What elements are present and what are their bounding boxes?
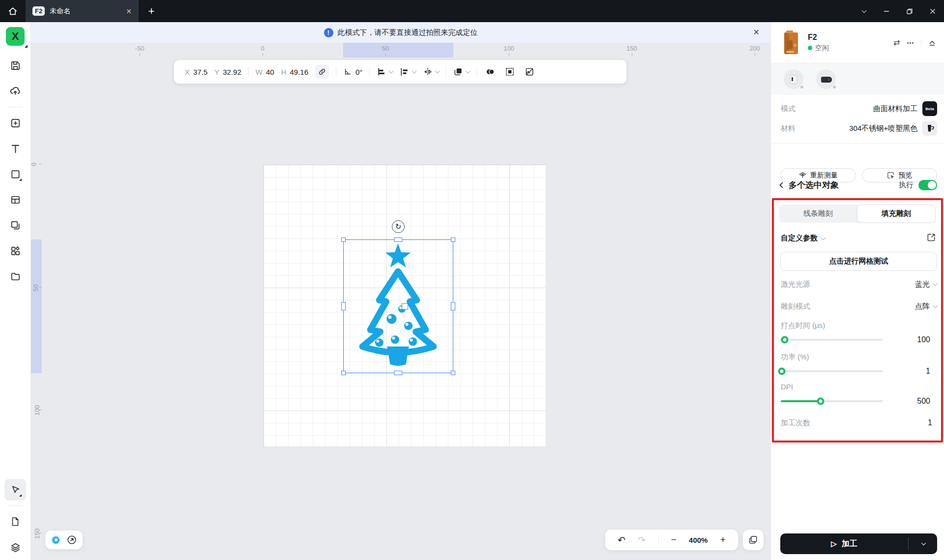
x-position-field[interactable]: X37.5 xyxy=(185,68,207,76)
christmas-tree-graphic[interactable] xyxy=(344,240,452,372)
app-logo[interactable]: X xyxy=(6,27,25,46)
process-options-button[interactable] xyxy=(909,543,937,545)
arrange-menu-button[interactable] xyxy=(453,67,470,77)
jog-button[interactable] xyxy=(66,534,77,545)
engrave-mode-row[interactable]: 雕刻模式 点阵 xyxy=(781,299,937,314)
dpi-label: DPI xyxy=(781,383,793,391)
align-menu-button[interactable] xyxy=(377,67,393,77)
dot-duration-value[interactable]: 100 xyxy=(917,335,930,344)
selection-center-anchor[interactable] xyxy=(402,303,408,310)
resize-handle-e[interactable] xyxy=(451,302,455,311)
distribute-menu-button[interactable] xyxy=(400,67,416,77)
vertical-ruler: 0 50 100 150 xyxy=(31,58,44,560)
height-field[interactable]: H49.16 xyxy=(281,68,308,76)
weld-button[interactable] xyxy=(484,65,497,78)
banner-close-icon[interactable]: ✕ xyxy=(753,28,760,37)
text-icon xyxy=(10,143,21,154)
resize-handle-se[interactable] xyxy=(451,371,455,375)
new-tab-button[interactable]: + xyxy=(139,0,164,22)
text-tool-button[interactable] xyxy=(4,138,26,159)
material-thumbnail[interactable] xyxy=(922,121,937,136)
duplicate-tool-button[interactable] xyxy=(4,214,26,236)
resize-handle-s[interactable] xyxy=(394,371,403,375)
outline-offset-button[interactable] xyxy=(503,65,516,78)
layers-button[interactable] xyxy=(4,536,26,558)
laser-source-label: 激光光源 xyxy=(781,280,810,289)
width-field[interactable]: W40 xyxy=(256,68,274,76)
power-value[interactable]: 1 xyxy=(926,367,930,376)
export-icon xyxy=(926,233,936,242)
hide-image-button[interactable] xyxy=(523,65,536,78)
import-button[interactable] xyxy=(4,112,26,134)
dpi-value[interactable]: 500 xyxy=(917,397,930,406)
zoom-in-button[interactable]: + xyxy=(720,534,726,545)
more-icon[interactable]: ••• xyxy=(907,40,914,46)
material-value[interactable]: 304不锈钢+喷塑黑色 xyxy=(849,124,917,133)
zoom-out-button[interactable]: − xyxy=(671,534,677,545)
save-params-button[interactable] xyxy=(926,233,936,244)
copies-button[interactable] xyxy=(743,530,764,550)
tab-line-engrave[interactable]: 线条雕刻 xyxy=(779,205,857,223)
execute-toggle[interactable] xyxy=(918,180,937,190)
grid-test-button[interactable]: 点击进行网格测试 xyxy=(780,252,937,271)
window-menu-button[interactable] xyxy=(852,0,875,22)
chevron-down-icon xyxy=(861,8,866,13)
engrave-mode-value: 点阵 xyxy=(915,302,930,311)
process-button[interactable]: ▷ 加工 xyxy=(780,533,937,554)
status-dot-icon xyxy=(808,46,812,50)
slider-handle[interactable] xyxy=(817,398,825,405)
home-button[interactable] xyxy=(0,0,26,22)
resize-handle-sw[interactable] xyxy=(341,371,346,375)
minimize-button[interactable] xyxy=(875,0,898,22)
tumbler-icon xyxy=(925,124,934,133)
canvas-area[interactable]: ! 此模式下，请不要直接通过拍照来完成定位 ✕ -50 0 50 100 150… xyxy=(31,22,770,560)
tab-untitled[interactable]: F2 未命名 ✕ xyxy=(26,0,139,22)
rotate-handle[interactable]: ↻ xyxy=(392,220,405,233)
power-slider[interactable] xyxy=(781,370,883,372)
switch-device-icon[interactable]: ⇄ xyxy=(893,38,900,47)
passes-value[interactable]: 1 xyxy=(928,418,932,427)
cloud-upload-button[interactable] xyxy=(4,80,26,102)
back-chevron-icon[interactable] xyxy=(779,182,786,188)
dpi-slider[interactable] xyxy=(781,400,883,402)
projects-button[interactable] xyxy=(4,265,26,287)
window-controls xyxy=(852,0,944,22)
tab-close-icon[interactable]: ✕ xyxy=(126,7,132,15)
sidebar-divider xyxy=(8,505,23,506)
dot-duration-slider[interactable] xyxy=(781,339,883,341)
save-button[interactable] xyxy=(4,55,26,76)
select-tool-button[interactable] xyxy=(4,479,26,501)
slider-handle[interactable] xyxy=(778,368,786,375)
collapse-panel-icon[interactable] xyxy=(928,39,936,47)
undo-button[interactable]: ↶ xyxy=(618,534,625,546)
locate-button[interactable] xyxy=(51,534,61,545)
accessory-extension[interactable] xyxy=(784,69,803,89)
redo-button[interactable]: ↷ xyxy=(638,534,646,546)
close-window-button[interactable] xyxy=(921,0,944,22)
custom-params-label[interactable]: 自定义参数 xyxy=(781,234,818,243)
mode-value[interactable]: 曲面材料加工 xyxy=(873,104,917,114)
rotation-field[interactable]: 0° xyxy=(343,67,362,76)
sidebar-divider xyxy=(8,107,23,107)
ruler-tick-label: 0 xyxy=(31,163,37,166)
left-sidebar: X xyxy=(0,22,31,560)
resize-handle-nw[interactable] xyxy=(341,237,346,242)
frame-tool-button[interactable] xyxy=(4,189,26,210)
slider-handle[interactable] xyxy=(781,336,789,344)
tab-fill-engrave[interactable]: 填充雕刻 xyxy=(857,205,936,223)
ruler-tick xyxy=(385,53,386,56)
apps-button[interactable] xyxy=(4,240,26,262)
laser-source-row[interactable]: 激光光源 蓝光 xyxy=(781,277,937,292)
selection-box[interactable]: ↻ xyxy=(343,239,453,373)
y-position-field[interactable]: Y32.92 xyxy=(214,68,241,76)
resize-handle-n[interactable] xyxy=(394,237,403,242)
zoom-level[interactable]: 400% xyxy=(689,536,708,544)
shape-tool-button[interactable] xyxy=(4,163,26,185)
resize-handle-w[interactable] xyxy=(341,302,346,311)
page-button[interactable] xyxy=(4,511,26,532)
accessory-camera[interactable] xyxy=(816,69,836,89)
flip-menu-button[interactable] xyxy=(423,67,439,77)
lock-ratio-button[interactable] xyxy=(315,65,329,79)
resize-handle-ne[interactable] xyxy=(451,237,455,242)
restore-button[interactable] xyxy=(898,0,921,22)
